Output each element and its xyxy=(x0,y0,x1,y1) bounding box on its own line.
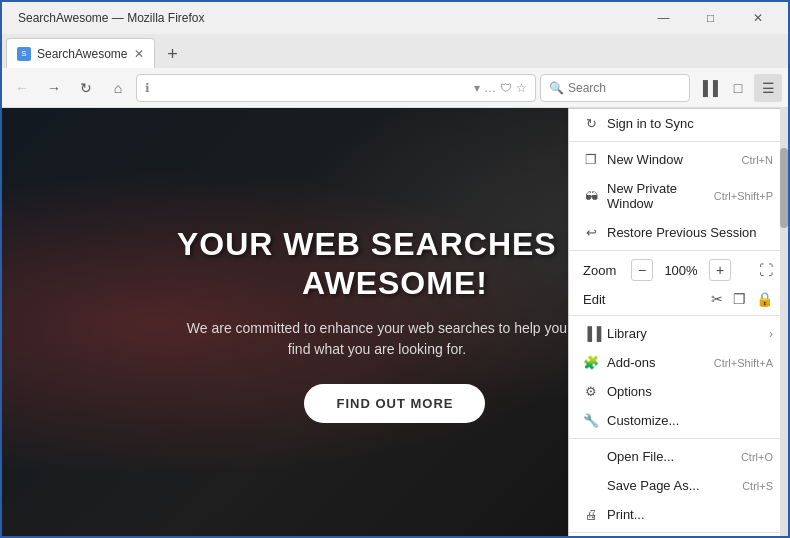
url-more-icon[interactable]: … xyxy=(484,81,496,95)
addons-icon: 🧩 xyxy=(583,355,599,370)
forward-button[interactable]: → xyxy=(40,74,68,102)
separator-2 xyxy=(569,250,787,251)
back-button[interactable]: ← xyxy=(8,74,36,102)
scrollbar[interactable] xyxy=(780,108,788,538)
maximize-button[interactable]: □ xyxy=(688,4,733,32)
toolbar-icons: ▐▐ □ ☰ xyxy=(694,74,782,102)
edit-label: Edit xyxy=(583,292,623,307)
nav-bar: ← → ↻ ⌂ ℹ ▾ … 🛡 ☆ 🔍 ▐▐ □ ☰ xyxy=(2,68,788,108)
zoom-label: Zoom xyxy=(583,263,623,278)
zoom-row: Zoom − 100% + ⛶ xyxy=(569,254,787,286)
restore-icon: ↩ xyxy=(583,225,599,240)
url-bar[interactable]: ℹ ▾ … 🛡 ☆ xyxy=(136,74,536,102)
separator-1 xyxy=(569,141,787,142)
menu-item-new-window[interactable]: ❐ New Window Ctrl+N xyxy=(569,145,787,174)
page-content: YOUR WEB SEARCHES BE AWESOME! We are com… xyxy=(2,108,788,538)
paste-icon[interactable]: 🔒 xyxy=(756,291,773,307)
options-icon: ⚙ xyxy=(583,384,599,399)
url-info-icon: ℹ xyxy=(145,81,150,95)
reload-button[interactable]: ↻ xyxy=(72,74,100,102)
separator-4 xyxy=(569,438,787,439)
menu-item-save-page[interactable]: Save Page As... Ctrl+S xyxy=(569,471,787,500)
new-private-shortcut: Ctrl+Shift+P xyxy=(714,190,773,202)
scrollbar-thumb[interactable] xyxy=(780,148,788,228)
library-label: Library xyxy=(607,326,647,341)
url-star-icon[interactable]: ☆ xyxy=(516,81,527,95)
url-shield-icon: 🛡 xyxy=(500,81,512,95)
new-private-label: New Private Window xyxy=(607,181,706,211)
sync-menu-icon: ↻ xyxy=(583,116,599,131)
print-label: Print... xyxy=(607,507,645,522)
print-icon: 🖨 xyxy=(583,507,599,522)
close-button[interactable]: ✕ xyxy=(735,4,780,32)
private-window-icon: 🕶 xyxy=(583,189,599,204)
menu-item-open-file[interactable]: Open File... Ctrl+O xyxy=(569,442,787,471)
search-bar[interactable]: 🔍 xyxy=(540,74,690,102)
zoom-value: 100% xyxy=(661,263,701,278)
zoom-fullscreen-button[interactable]: ⛶ xyxy=(759,262,773,278)
save-page-shortcut: Ctrl+S xyxy=(742,480,773,492)
menu-item-customize[interactable]: 🔧 Customize... xyxy=(569,406,787,435)
title-bar: SearchAwesome — Mozilla Firefox — □ ✕ xyxy=(2,2,788,34)
menu-button[interactable]: ☰ xyxy=(754,74,782,102)
menu-item-new-private[interactable]: 🕶 New Private Window Ctrl+Shift+P xyxy=(569,174,787,218)
home-button[interactable]: ⌂ xyxy=(104,74,132,102)
library-menu-icon: ▐▐ xyxy=(583,326,599,341)
menu-item-print[interactable]: 🖨 Print... xyxy=(569,500,787,529)
new-tab-button[interactable]: + xyxy=(159,40,187,68)
sign-in-label: Sign in to Sync xyxy=(607,116,694,131)
dropdown-menu: ↻ Sign in to Sync ❐ New Window Ctrl+N 🕶 … xyxy=(568,108,788,538)
save-page-label: Save Page As... xyxy=(607,478,700,493)
zoom-out-button[interactable]: − xyxy=(631,259,653,281)
tab-favicon: S xyxy=(17,47,31,61)
separator-5 xyxy=(569,532,787,533)
new-window-icon: ❐ xyxy=(583,152,599,167)
zoom-in-button[interactable]: + xyxy=(709,259,731,281)
addons-label: Add-ons xyxy=(607,355,655,370)
menu-item-options[interactable]: ⚙ Options xyxy=(569,377,787,406)
title-text: SearchAwesome — Mozilla Firefox xyxy=(18,11,205,25)
library-icon[interactable]: ▐▐ xyxy=(694,74,722,102)
tab-label: SearchAwesome xyxy=(37,47,128,61)
minimize-button[interactable]: — xyxy=(641,4,686,32)
restore-session-label: Restore Previous Session xyxy=(607,225,757,240)
find-out-more-button[interactable]: FIND OUT MORE xyxy=(304,384,485,423)
customize-icon: 🔧 xyxy=(583,413,599,428)
tab-close-button[interactable]: ✕ xyxy=(134,47,144,61)
url-arrow-icon: ▾ xyxy=(474,81,480,95)
search-icon: 🔍 xyxy=(549,81,564,95)
active-tab[interactable]: S SearchAwesome ✕ xyxy=(6,38,155,68)
edit-icons: ✂ ❐ 🔒 xyxy=(711,291,773,307)
library-arrow: › xyxy=(769,327,773,341)
edit-row: Edit ✂ ❐ 🔒 xyxy=(569,286,787,312)
hero-subtitle: We are committed to enhance your web sea… xyxy=(177,318,577,360)
menu-item-addons[interactable]: 🧩 Add-ons Ctrl+Shift+A xyxy=(569,348,787,377)
window-controls: — □ ✕ xyxy=(641,4,780,32)
hero-text: YOUR WEB SEARCHES BE AWESOME! We are com… xyxy=(177,225,613,423)
open-file-shortcut: Ctrl+O xyxy=(741,451,773,463)
sync-icon[interactable]: □ xyxy=(724,74,752,102)
tab-bar: S SearchAwesome ✕ + xyxy=(2,34,788,68)
hero-title: YOUR WEB SEARCHES BE AWESOME! xyxy=(177,225,613,302)
cut-icon[interactable]: ✂ xyxy=(711,291,723,307)
copy-icon[interactable]: ❐ xyxy=(733,291,746,307)
menu-item-sign-in[interactable]: ↻ Sign in to Sync xyxy=(569,109,787,138)
menu-item-library[interactable]: ▐▐ Library › xyxy=(569,319,787,348)
url-icons: ▾ … 🛡 ☆ xyxy=(474,81,527,95)
customize-label: Customize... xyxy=(607,413,679,428)
new-window-label: New Window xyxy=(607,152,683,167)
addons-shortcut: Ctrl+Shift+A xyxy=(714,357,773,369)
open-file-label: Open File... xyxy=(607,449,674,464)
options-label: Options xyxy=(607,384,652,399)
menu-item-restore-session[interactable]: ↩ Restore Previous Session xyxy=(569,218,787,247)
search-input[interactable] xyxy=(568,81,668,95)
separator-3 xyxy=(569,315,787,316)
new-window-shortcut: Ctrl+N xyxy=(742,154,773,166)
